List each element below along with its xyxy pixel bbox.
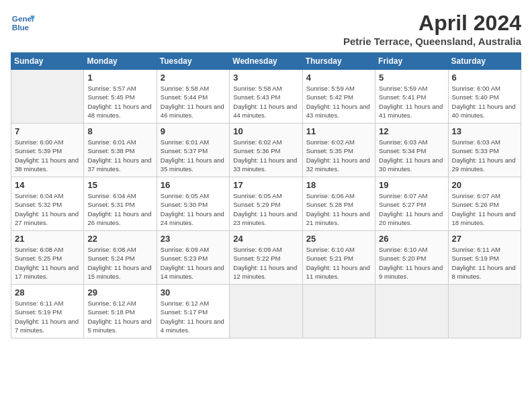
svg-text:Blue: Blue <box>12 23 30 32</box>
calendar-cell <box>230 285 302 338</box>
day-detail: Sunrise: 6:02 AM Sunset: 5:36 PM Dayligh… <box>233 138 298 173</box>
day-detail: Sunrise: 6:03 AM Sunset: 5:34 PM Dayligh… <box>379 138 444 173</box>
calendar-cell: 21 Sunrise: 6:08 AM Sunset: 5:25 PM Dayl… <box>11 231 84 285</box>
day-detail: Sunrise: 5:58 AM Sunset: 5:43 PM Dayligh… <box>233 84 298 120</box>
calendar-cell: 6 Sunrise: 6:00 AM Sunset: 5:40 PM Dayli… <box>448 70 521 124</box>
weekday-header-friday: Friday <box>375 53 448 70</box>
day-number: 16 <box>161 180 226 190</box>
logo-icon: General Blue <box>11 11 35 35</box>
day-detail: Sunrise: 6:05 AM Sunset: 5:30 PM Dayligh… <box>161 191 226 227</box>
weekday-header-row: SundayMondayTuesdayWednesdayThursdayFrid… <box>11 53 521 70</box>
day-detail: Sunrise: 6:10 AM Sunset: 5:20 PM Dayligh… <box>379 245 444 281</box>
calendar-cell: 30 Sunrise: 6:12 AM Sunset: 5:17 PM Dayl… <box>157 285 229 338</box>
day-detail: Sunrise: 6:07 AM Sunset: 5:27 PM Dayligh… <box>379 191 444 227</box>
calendar-week-row: 7 Sunrise: 6:00 AM Sunset: 5:39 PM Dayli… <box>11 124 521 177</box>
day-detail: Sunrise: 6:04 AM Sunset: 5:31 PM Dayligh… <box>87 191 152 227</box>
day-number: 20 <box>452 180 517 190</box>
day-number: 5 <box>379 73 444 83</box>
day-detail: Sunrise: 6:06 AM Sunset: 5:28 PM Dayligh… <box>306 191 371 227</box>
day-detail: Sunrise: 6:09 AM Sunset: 5:22 PM Dayligh… <box>233 245 298 281</box>
day-number: 15 <box>87 180 152 190</box>
weekday-header-sunday: Sunday <box>11 53 84 70</box>
calendar-cell: 22 Sunrise: 6:08 AM Sunset: 5:24 PM Dayl… <box>84 231 157 285</box>
calendar-cell: 10 Sunrise: 6:02 AM Sunset: 5:36 PM Dayl… <box>230 124 302 177</box>
calendar-cell: 16 Sunrise: 6:05 AM Sunset: 5:30 PM Dayl… <box>157 177 229 231</box>
day-detail: Sunrise: 6:12 AM Sunset: 5:18 PM Dayligh… <box>87 299 152 334</box>
calendar-cell: 27 Sunrise: 6:11 AM Sunset: 5:19 PM Dayl… <box>448 231 521 285</box>
day-number: 19 <box>379 180 444 190</box>
day-detail: Sunrise: 6:11 AM Sunset: 5:19 PM Dayligh… <box>15 299 80 334</box>
svg-text:General: General <box>12 14 35 23</box>
calendar-table: SundayMondayTuesdayWednesdayThursdayFrid… <box>11 52 521 338</box>
day-number: 1 <box>87 73 152 83</box>
day-number: 10 <box>233 126 298 136</box>
day-detail: Sunrise: 6:09 AM Sunset: 5:23 PM Dayligh… <box>161 245 226 281</box>
day-number: 21 <box>15 234 80 244</box>
day-detail: Sunrise: 6:08 AM Sunset: 5:24 PM Dayligh… <box>87 245 152 281</box>
day-number: 24 <box>233 234 298 244</box>
day-detail: Sunrise: 5:58 AM Sunset: 5:44 PM Dayligh… <box>161 84 226 120</box>
day-number: 4 <box>306 73 371 83</box>
calendar-cell <box>375 285 448 338</box>
day-detail: Sunrise: 6:05 AM Sunset: 5:29 PM Dayligh… <box>233 191 298 227</box>
calendar-week-row: 21 Sunrise: 6:08 AM Sunset: 5:25 PM Dayl… <box>11 231 521 285</box>
day-detail: Sunrise: 6:01 AM Sunset: 5:37 PM Dayligh… <box>161 138 226 173</box>
calendar-cell: 7 Sunrise: 6:00 AM Sunset: 5:39 PM Dayli… <box>11 124 84 177</box>
day-detail: Sunrise: 6:00 AM Sunset: 5:39 PM Dayligh… <box>15 138 80 173</box>
calendar-cell: 9 Sunrise: 6:01 AM Sunset: 5:37 PM Dayli… <box>157 124 229 177</box>
weekday-header-thursday: Thursday <box>302 53 375 70</box>
calendar-cell: 14 Sunrise: 6:04 AM Sunset: 5:32 PM Dayl… <box>11 177 84 231</box>
day-detail: Sunrise: 5:59 AM Sunset: 5:42 PM Dayligh… <box>306 84 371 120</box>
weekday-header-wednesday: Wednesday <box>230 53 302 70</box>
calendar-cell: 28 Sunrise: 6:11 AM Sunset: 5:19 PM Dayl… <box>11 285 84 338</box>
day-number: 9 <box>161 126 226 136</box>
calendar-week-row: 1 Sunrise: 5:57 AM Sunset: 5:45 PM Dayli… <box>11 70 521 124</box>
day-number: 11 <box>306 126 371 136</box>
weekday-header-saturday: Saturday <box>448 53 521 70</box>
calendar-cell: 8 Sunrise: 6:01 AM Sunset: 5:38 PM Dayli… <box>84 124 157 177</box>
calendar-cell: 29 Sunrise: 6:12 AM Sunset: 5:18 PM Dayl… <box>84 285 157 338</box>
day-number: 6 <box>452 73 517 83</box>
day-number: 13 <box>452 126 517 136</box>
day-detail: Sunrise: 5:59 AM Sunset: 5:41 PM Dayligh… <box>379 84 444 120</box>
calendar-cell: 25 Sunrise: 6:10 AM Sunset: 5:21 PM Dayl… <box>302 231 375 285</box>
day-detail: Sunrise: 6:07 AM Sunset: 5:26 PM Dayligh… <box>452 191 517 227</box>
day-detail: Sunrise: 6:00 AM Sunset: 5:40 PM Dayligh… <box>452 84 517 120</box>
day-detail: Sunrise: 6:08 AM Sunset: 5:25 PM Dayligh… <box>15 245 80 281</box>
day-detail: Sunrise: 6:10 AM Sunset: 5:21 PM Dayligh… <box>306 245 371 281</box>
day-detail: Sunrise: 6:01 AM Sunset: 5:38 PM Dayligh… <box>87 138 152 173</box>
weekday-header-monday: Monday <box>84 53 157 70</box>
calendar-cell <box>448 285 521 338</box>
calendar-cell: 23 Sunrise: 6:09 AM Sunset: 5:23 PM Dayl… <box>157 231 229 285</box>
day-number: 2 <box>161 73 226 83</box>
calendar-cell: 20 Sunrise: 6:07 AM Sunset: 5:26 PM Dayl… <box>448 177 521 231</box>
calendar-cell <box>302 285 375 338</box>
day-number: 25 <box>306 234 371 244</box>
calendar-cell: 19 Sunrise: 6:07 AM Sunset: 5:27 PM Dayl… <box>375 177 448 231</box>
day-detail: Sunrise: 6:12 AM Sunset: 5:17 PM Dayligh… <box>161 299 226 334</box>
calendar-cell: 13 Sunrise: 6:03 AM Sunset: 5:33 PM Dayl… <box>448 124 521 177</box>
day-detail: Sunrise: 6:04 AM Sunset: 5:32 PM Dayligh… <box>15 191 80 227</box>
day-number: 3 <box>233 73 298 83</box>
day-number: 30 <box>161 287 226 298</box>
day-detail: Sunrise: 6:02 AM Sunset: 5:35 PM Dayligh… <box>306 138 371 173</box>
day-number: 14 <box>15 180 80 190</box>
day-number: 29 <box>87 287 152 298</box>
calendar-cell: 18 Sunrise: 6:06 AM Sunset: 5:28 PM Dayl… <box>302 177 375 231</box>
logo: General Blue <box>11 11 35 35</box>
day-number: 26 <box>379 234 444 244</box>
calendar-cell: 12 Sunrise: 6:03 AM Sunset: 5:34 PM Dayl… <box>375 124 448 177</box>
day-number: 17 <box>233 180 298 190</box>
calendar-week-row: 14 Sunrise: 6:04 AM Sunset: 5:32 PM Dayl… <box>11 177 521 231</box>
day-detail: Sunrise: 6:11 AM Sunset: 5:19 PM Dayligh… <box>452 245 517 281</box>
day-number: 12 <box>379 126 444 136</box>
calendar-cell: 3 Sunrise: 5:58 AM Sunset: 5:43 PM Dayli… <box>230 70 302 124</box>
day-number: 27 <box>452 234 517 244</box>
calendar-cell: 24 Sunrise: 6:09 AM Sunset: 5:22 PM Dayl… <box>230 231 302 285</box>
location-subtitle: Petrie Terrace, Queensland, Australia <box>343 36 521 47</box>
calendar-cell: 1 Sunrise: 5:57 AM Sunset: 5:45 PM Dayli… <box>84 70 157 124</box>
calendar-cell <box>11 70 84 124</box>
day-number: 28 <box>15 287 80 298</box>
day-number: 18 <box>306 180 371 190</box>
calendar-cell: 17 Sunrise: 6:05 AM Sunset: 5:29 PM Dayl… <box>230 177 302 231</box>
